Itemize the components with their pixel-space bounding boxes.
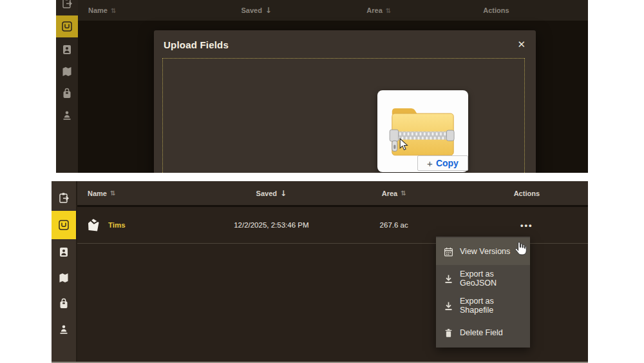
download-icon (444, 274, 453, 284)
download-icon (444, 301, 453, 311)
plus-icon: + (427, 159, 433, 168)
calendar-icon (444, 247, 453, 257)
field-name[interactable]: Tims (108, 221, 126, 229)
menu-item-label: View Versions (460, 247, 510, 256)
modal-header: Upload Fields ✕ (154, 30, 536, 59)
column-label: Area (366, 6, 382, 14)
contact-badge-icon (61, 43, 73, 56)
import-person-icon (61, 109, 73, 122)
hand-pointer-cursor (513, 240, 528, 258)
sidebar-item-share[interactable] (52, 185, 76, 211)
fields-icon (57, 219, 70, 231)
screenshot-fields-table: Name ⇅ Saved ↓ Area ⇅ Actions (52, 181, 588, 363)
sort-both-icon[interactable]: ⇅ (110, 190, 115, 197)
sidebar-item-contacts[interactable] (56, 39, 78, 61)
bag-icon (57, 297, 70, 310)
bottom-content: Name ⇅ Saved ↓ Area ⇅ Actions (77, 181, 588, 362)
sidebar-item-import[interactable] (56, 104, 78, 126)
column-header-area[interactable]: Area ⇅ (382, 190, 406, 197)
upload-dropzone[interactable] (162, 58, 525, 173)
bag-icon (61, 87, 73, 100)
app-sidebar (56, 0, 78, 173)
top-content: Name ⇅ Saved ↓ Area ⇅ Actions Upload Fie… (78, 0, 588, 173)
column-header-area[interactable]: Area ⇅ (366, 6, 391, 14)
import-person-icon (57, 323, 70, 336)
column-header-actions: Actions (483, 6, 509, 14)
row-actions-ellipsis-icon[interactable]: ••• (520, 221, 533, 230)
map-icon (57, 271, 70, 284)
field-saved-timestamp: 12/2/2025, 2:53:46 PM (234, 221, 308, 229)
dragged-file-thumbnail: + Copy (377, 90, 468, 172)
screenshot-upload-modal: Name ⇅ Saved ↓ Area ⇅ Actions Upload Fie… (56, 0, 588, 173)
column-label: Name (88, 190, 107, 197)
sidebar-item-map[interactable] (52, 265, 76, 291)
menu-item-label: Export as Shapefile (460, 297, 522, 315)
menu-item-label: Export as GeoJSON (460, 270, 522, 288)
upload-fields-modal: Upload Fields ✕ (154, 30, 536, 173)
close-icon[interactable]: ✕ (517, 39, 526, 50)
sidebar-item-fields[interactable] (52, 211, 76, 239)
menu-item-label: Delete Field (460, 328, 503, 337)
sort-desc-icon[interactable]: ↓ (265, 6, 272, 15)
copy-label: Copy (436, 158, 459, 168)
page-canvas: Name ⇅ Saved ↓ Area ⇅ Actions Upload Fie… (0, 0, 644, 363)
column-header-name[interactable]: Name ⇅ (88, 190, 115, 197)
fields-table-header-dimmed: Name ⇅ Saved ↓ Area ⇅ Actions (78, 0, 588, 21)
sidebar-item-import[interactable] (52, 317, 76, 342)
app-sidebar (52, 181, 77, 362)
field-area: 267.6 ac (380, 221, 408, 229)
sort-both-icon[interactable]: ⇅ (386, 7, 391, 14)
field-shape-icon (85, 217, 102, 233)
column-header-saved[interactable]: Saved ↓ (256, 189, 287, 198)
sidebar-item-share[interactable] (56, 0, 78, 14)
share-clipboard-icon (57, 191, 70, 204)
column-label: Actions (483, 6, 509, 14)
sidebar-item-bag[interactable] (52, 291, 76, 317)
menu-item-export-geojson[interactable]: Export as GeoJSON (436, 265, 530, 292)
sidebar-item-map[interactable] (56, 61, 78, 83)
fields-icon (61, 20, 73, 33)
column-label: Saved (241, 6, 261, 14)
map-icon (61, 65, 73, 78)
sidebar-item-fields[interactable] (56, 15, 78, 37)
sidebar-item-contacts[interactable] (52, 239, 76, 265)
fields-table-header: Name ⇅ Saved ↓ Area ⇅ Actions (77, 181, 588, 207)
column-label: Actions (514, 190, 540, 197)
modal-title: Upload Fields (164, 39, 229, 50)
menu-item-delete-field[interactable]: Delete Field (436, 319, 530, 346)
column-header-saved[interactable]: Saved ↓ (241, 6, 271, 15)
drag-copy-badge: + Copy (417, 155, 468, 171)
column-header-name[interactable]: Name ⇅ (88, 6, 116, 14)
sort-desc-icon[interactable]: ↓ (280, 189, 287, 198)
sort-both-icon[interactable]: ⇅ (401, 190, 406, 197)
column-header-actions: Actions (514, 190, 540, 197)
sidebar-item-bag[interactable] (56, 83, 78, 104)
column-label: Name (88, 6, 108, 14)
zip-folder-icon (385, 95, 460, 161)
trash-icon (444, 328, 453, 338)
sort-both-icon[interactable]: ⇅ (111, 7, 116, 14)
share-clipboard-icon (61, 0, 73, 10)
column-label: Area (382, 190, 397, 197)
column-label: Saved (256, 190, 277, 197)
mouse-arrow-cursor (399, 138, 409, 152)
menu-item-export-shapefile[interactable]: Export as Shapefile (436, 292, 530, 319)
contact-badge-icon (57, 246, 70, 259)
